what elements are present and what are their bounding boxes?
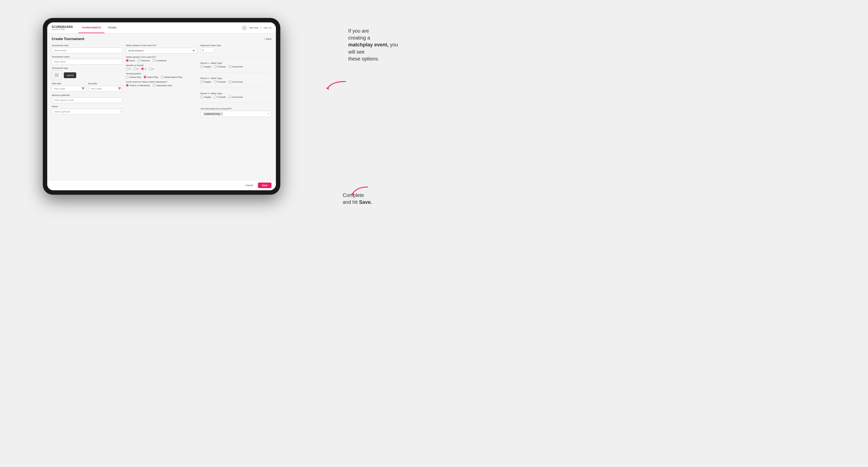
back-button[interactable]: ‹ Back — [264, 37, 272, 40]
venue-input[interactable] — [52, 109, 123, 115]
date-row: Start date 📅 End date 📅 — [52, 82, 123, 92]
main-content: Create Tournament ‹ Back Tournament Host… — [47, 33, 276, 180]
round1-fourball-radio[interactable] — [214, 65, 217, 68]
scoring-stroke-play[interactable]: Stroke Play — [126, 76, 141, 79]
tablet-screen: SCOREBOARD Powered by clippit TOURNAMENT… — [47, 22, 276, 190]
round1-match-type-label: Round 1 - Match Type — [200, 62, 272, 64]
round-4[interactable]: 4 — [149, 67, 154, 70]
scoring-group: Scoring system Stroke Play Match Play — [126, 72, 197, 79]
round-4-radio[interactable] — [149, 67, 152, 70]
scoring-match-play[interactable]: Match Play — [144, 76, 158, 79]
divider-3 — [200, 88, 272, 88]
gender-combined-label: Combined — [156, 59, 166, 62]
round1-singles-radio[interactable] — [200, 65, 203, 68]
nav-tab-tournaments[interactable]: TOURNAMENTS — [79, 22, 104, 33]
teams-label: Is this event for Teams and/or Individua… — [126, 81, 197, 83]
end-date-input[interactable] — [88, 86, 123, 92]
sponsor-input[interactable] — [52, 97, 123, 103]
rounds-label: Number of rounds — [126, 64, 197, 67]
round2-singles[interactable]: Singles — [200, 81, 211, 83]
match-play-radio[interactable] — [144, 76, 146, 79]
start-date-input[interactable] — [52, 86, 86, 92]
user-avatar — [242, 25, 247, 30]
individuals-only[interactable]: Individuals Only — [153, 84, 172, 87]
round2-foursomes-radio[interactable] — [228, 81, 231, 83]
round2-singles-label: Singles — [204, 81, 211, 83]
round1-foursomes-label: Foursomes — [232, 65, 243, 68]
third-party-label: Use third-party live scoring API? — [200, 107, 272, 110]
third-party-tag-close[interactable]: × — [220, 113, 222, 115]
round-2-radio[interactable] — [134, 67, 136, 70]
round1-foursomes[interactable]: Foursomes — [228, 65, 243, 68]
round-4-label: 4 — [152, 68, 154, 70]
scoring-medal-match-play[interactable]: Medal Match Play — [161, 76, 182, 79]
gender-mens[interactable]: Mens — [126, 59, 135, 62]
round3-match-type-label: Round 3 - Match Type — [200, 92, 272, 95]
round3-foursomes-radio[interactable] — [228, 96, 231, 98]
round3-singles-radio[interactable] — [200, 96, 203, 98]
round3-singles-label: Singles — [204, 96, 211, 98]
brand-title: SCOREBOARD — [52, 26, 73, 28]
tournament-name-label: Tournament name — [52, 56, 123, 58]
gender-combined-radio[interactable] — [153, 59, 155, 62]
round-3-radio[interactable] — [141, 67, 144, 70]
division-select[interactable]: NCAA Division I — [126, 48, 197, 54]
venue-group: Venue ▾ — [52, 105, 123, 115]
upload-button[interactable]: Upload — [64, 72, 76, 78]
round-2[interactable]: 2 — [134, 67, 138, 70]
pipe-separator: | — [261, 27, 261, 29]
round3-singles[interactable]: Singles — [200, 96, 211, 98]
start-date-wrapper: 📅 — [52, 86, 86, 92]
logo-upload-area: 🖼 Upload — [52, 70, 123, 80]
third-party-select[interactable]: Leaderboard King × ▾ — [200, 111, 272, 117]
gender-combined[interactable]: Combined — [153, 59, 166, 62]
individuals-only-radio[interactable] — [153, 84, 155, 87]
save-button[interactable]: Save — [258, 183, 272, 188]
medal-match-play-radio[interactable] — [161, 76, 164, 79]
round2-foursomes[interactable]: Foursomes — [228, 81, 243, 83]
tournament-host-input[interactable] — [52, 48, 123, 53]
round1-foursomes-radio[interactable] — [228, 65, 231, 68]
left-column: Tournament Host Tournament name Tourname… — [52, 44, 123, 117]
gender-womens-radio[interactable] — [138, 59, 141, 62]
round3-fourball[interactable]: Fourball — [214, 96, 226, 98]
round2-fourball-radio[interactable] — [214, 81, 217, 83]
round-1-radio[interactable] — [126, 67, 129, 70]
stroke-play-radio[interactable] — [126, 76, 129, 79]
user-name: Test User — [249, 27, 258, 29]
nav-tab-teams[interactable]: TEAMS — [104, 22, 120, 33]
round-1-label: 1 — [129, 68, 131, 70]
teams-plus-individuals-radio[interactable] — [126, 84, 129, 87]
round1-match-type-group: Round 1 - Match Type Singles Fourball — [200, 62, 272, 68]
tournament-logo-label: Tournament logo — [52, 67, 123, 69]
gender-womens[interactable]: Womens — [138, 59, 150, 62]
third-party-value: Leaderboard King — [205, 113, 220, 115]
max-team-size-input[interactable] — [200, 48, 214, 53]
tournament-name-input[interactable] — [52, 59, 123, 65]
round-3[interactable]: 3 — [141, 67, 146, 70]
round-1[interactable]: 1 — [126, 67, 131, 70]
round3-foursomes[interactable]: Foursomes — [228, 96, 243, 98]
round1-fourball[interactable]: Fourball — [214, 65, 226, 68]
match-play-label: Match Play — [147, 76, 158, 79]
round2-fourball[interactable]: Fourball — [214, 81, 226, 83]
image-icon: 🖼 — [55, 73, 59, 77]
max-team-size-group: Maximum Team Size — [200, 44, 272, 53]
round2-match-type-label: Round 2 - Match Type — [200, 77, 272, 80]
max-team-size-label: Maximum Team Size — [200, 44, 272, 47]
teams-plus-individuals-label: Teams (+Individuals) — [129, 84, 150, 87]
gender-mens-radio[interactable] — [126, 59, 129, 62]
round2-singles-radio[interactable] — [200, 81, 203, 83]
sign-out-link[interactable]: Sign out — [264, 27, 272, 29]
stroke-play-label: Stroke Play — [129, 76, 141, 79]
cancel-button[interactable]: Cancel — [243, 183, 256, 188]
teams-plus-individuals[interactable]: Teams (+Individuals) — [126, 84, 150, 87]
divider-4 — [200, 103, 272, 103]
round1-singles[interactable]: Singles — [200, 65, 211, 68]
round-3-label: 3 — [145, 68, 146, 70]
third-party-tag: Leaderboard King × — [203, 112, 223, 116]
round3-fourball-radio[interactable] — [214, 96, 217, 98]
arrow-matchplay — [326, 80, 348, 91]
tournament-logo-group: Tournament logo 🖼 Upload — [52, 67, 123, 80]
round1-singles-label: Singles — [204, 65, 211, 68]
